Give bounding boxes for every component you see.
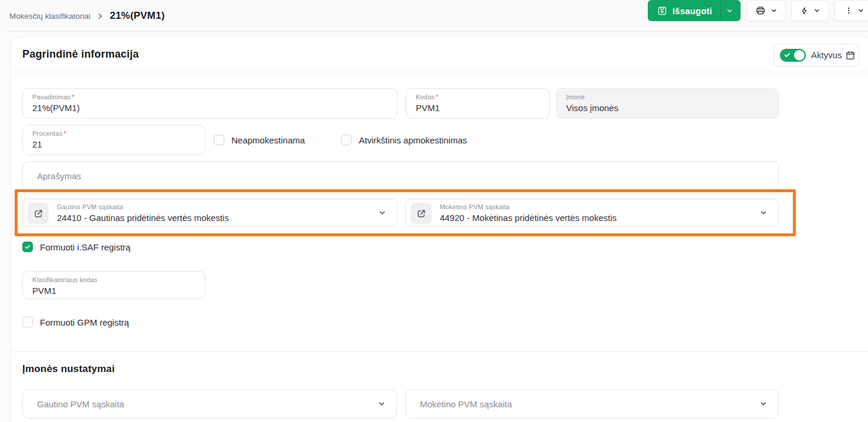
receivable-vat-account-select[interactable]: Gautino PVM sąskaita 24410 - Gautinas pr… xyxy=(22,199,398,227)
percent-field[interactable]: Procentas* 21 xyxy=(22,125,206,155)
payable-vat-open-link-button[interactable] xyxy=(411,203,432,224)
receivable-vat-open-link-button[interactable] xyxy=(28,203,49,224)
isaf-label: Formuoti i.SAF registrą xyxy=(40,242,130,252)
print-menu-button[interactable] xyxy=(746,0,786,21)
breadcrumb: Mokesčių klasifikatoriai 21%(PVM1) xyxy=(9,0,165,32)
save-icon xyxy=(657,6,667,16)
status-toggle-box: Aktyvus xyxy=(773,43,859,66)
actions-menu-button[interactable] xyxy=(791,0,829,21)
chevron-down-icon xyxy=(759,400,768,408)
required-marker: * xyxy=(436,93,438,101)
company-field: Įmonė Visos įmonės xyxy=(556,88,779,119)
name-field-value: 21%(PVM1) xyxy=(32,103,388,113)
required-marker: * xyxy=(63,130,66,137)
page-title: 21%(PVM1) xyxy=(110,10,164,22)
receivable-vat-label: Gautino PVM sąskaita xyxy=(57,203,229,210)
save-button-label: Išsaugoti xyxy=(672,6,712,16)
receivable-vat-value: 24410 - Gautinas pridėtinės vertės mokes… xyxy=(57,213,229,223)
card-header-divider xyxy=(11,72,868,72)
company-receivable-vat-placeholder: Gautino PVM sąskaita xyxy=(37,399,124,409)
company-payable-vat-placeholder: Mokėtino PVM sąskaita xyxy=(420,399,512,409)
check-icon xyxy=(24,243,31,250)
section-divider xyxy=(11,351,868,352)
required-marker: * xyxy=(72,93,74,101)
more-options-button[interactable] xyxy=(834,0,868,21)
save-split-button[interactable]: Išsaugoti xyxy=(648,0,741,21)
topbar-divider xyxy=(8,31,868,32)
percent-field-value: 21 xyxy=(32,139,196,149)
percent-field-label: Procentas xyxy=(32,130,62,137)
description-field[interactable]: Aprašymas xyxy=(22,161,779,190)
company-settings-title: Įmonės nustatymai xyxy=(22,363,115,375)
lightning-icon xyxy=(800,6,809,16)
company-payable-vat-select[interactable]: Mokėtino PVM sąskaita xyxy=(405,389,779,418)
non-taxable-label: Neapmokestinama xyxy=(231,135,305,145)
reverse-charge-checkbox-row[interactable]: Atvirkštinis apmokestinimas xyxy=(341,135,467,145)
chevron-down-icon xyxy=(771,7,778,14)
printer-icon xyxy=(755,5,766,16)
company-field-value: Visos įmonės xyxy=(566,103,769,113)
reverse-charge-label: Atvirkštinis apmokestinimas xyxy=(359,135,467,145)
active-toggle[interactable] xyxy=(780,49,806,62)
chevron-down-icon xyxy=(378,209,386,217)
validity-calendar-button[interactable] xyxy=(842,44,858,66)
breadcrumb-parent-link[interactable]: Mokesčių klasifikatoriai xyxy=(9,12,90,21)
kebab-icon xyxy=(845,6,853,15)
classifier-code-field[interactable]: Klasifikatoriaus kodas PVM1 xyxy=(22,271,206,299)
name-field-label: Pavadinimas xyxy=(32,93,70,101)
chevron-down-icon xyxy=(857,7,864,14)
company-field-label: Įmonė xyxy=(566,93,585,101)
classifier-code-value: PVM1 xyxy=(32,286,196,296)
gpm-checkbox[interactable] xyxy=(22,317,33,327)
chevron-down-icon xyxy=(813,7,820,14)
toggle-knob xyxy=(794,50,805,61)
breadcrumb-chevron-icon xyxy=(96,12,104,20)
external-link-icon xyxy=(416,209,426,219)
status-label: Aktyvus xyxy=(811,50,842,60)
company-receivable-vat-select[interactable]: Gautino PVM sąskaita xyxy=(22,389,397,418)
save-button[interactable]: Išsaugoti xyxy=(648,0,721,21)
top-bar: Mokesčių klasifikatoriai 21%(PVM1) Išsau… xyxy=(0,0,868,32)
description-placeholder: Aprašymas xyxy=(37,171,81,181)
code-field[interactable]: Kodas* PVM1 xyxy=(406,88,550,119)
external-link-icon xyxy=(33,209,43,219)
chevron-down-icon xyxy=(378,400,386,408)
non-taxable-checkbox[interactable] xyxy=(214,135,224,145)
card-title: Pagrindinė informacija xyxy=(22,48,139,61)
tax-classifier-edit-page: Mokesčių klasifikatoriai 21%(PVM1) Išsau… xyxy=(0,0,868,422)
isaf-checkbox[interactable] xyxy=(22,242,33,252)
payable-vat-account-select[interactable]: Mokėtino PVM sąskaita 44920 - Mokėtinas … xyxy=(405,199,779,227)
payable-vat-value: 44920 - Mokėtinas pridėtinės vertės moke… xyxy=(440,213,617,223)
chevron-down-icon xyxy=(759,209,768,217)
payable-vat-label: Mokėtino PVM sąskaita xyxy=(440,203,617,210)
reverse-charge-checkbox[interactable] xyxy=(341,135,352,145)
gpm-label: Formuoti GPM registrą xyxy=(40,317,129,327)
name-field[interactable]: Pavadinimas* 21%(PVM1) xyxy=(22,88,398,119)
check-icon xyxy=(783,51,791,59)
save-options-caret[interactable] xyxy=(721,0,738,21)
classifier-code-label: Klasifikatoriaus kodas xyxy=(32,276,97,283)
code-field-label: Kodas xyxy=(416,93,435,101)
calendar-icon xyxy=(845,50,856,61)
non-taxable-checkbox-row[interactable]: Neapmokestinama xyxy=(214,135,305,145)
code-field-value: PVM1 xyxy=(416,103,540,113)
isaf-checkbox-row[interactable]: Formuoti i.SAF registrą xyxy=(22,242,130,252)
gpm-checkbox-row[interactable]: Formuoti GPM registrą xyxy=(22,317,129,327)
